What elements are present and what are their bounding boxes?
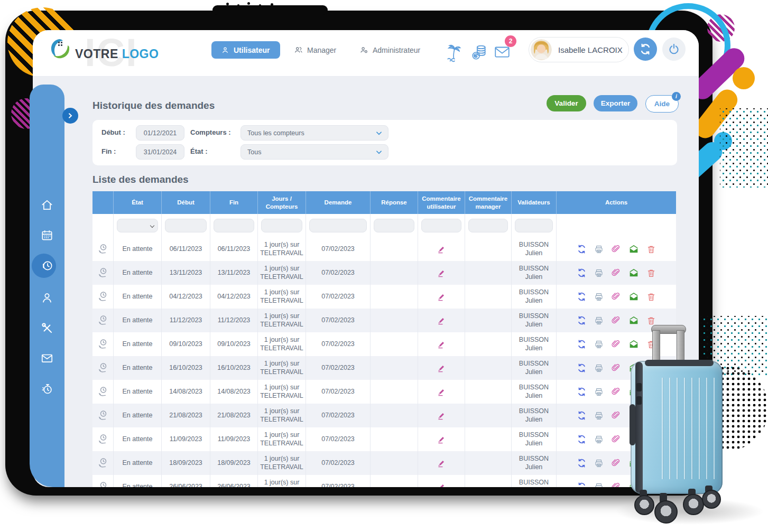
- pencil-icon[interactable]: [437, 244, 447, 254]
- validateurs-cell: BUISSON Julien: [512, 285, 557, 309]
- trash-icon[interactable]: [646, 245, 656, 254]
- debut-date-field[interactable]: 01/12/2021: [136, 125, 184, 141]
- fin-cell: 06/11/2023: [210, 237, 258, 261]
- header-fin: Fin: [210, 191, 258, 214]
- vacation-palm-icon[interactable]: [446, 43, 464, 65]
- commentaire-utilisateur-cell: [418, 309, 465, 332]
- attachment-icon[interactable]: [611, 434, 621, 444]
- valider-button[interactable]: Valider: [547, 95, 586, 111]
- filter-input-demande[interactable]: [309, 219, 367, 232]
- compteurs-select[interactable]: Tous les compteurs: [240, 125, 388, 141]
- refresh-icon[interactable]: [577, 339, 587, 349]
- printer-icon[interactable]: [594, 340, 604, 349]
- sync-button[interactable]: [634, 38, 657, 61]
- printer-icon[interactable]: [594, 316, 604, 325]
- attachment-icon[interactable]: [611, 315, 621, 325]
- pencil-icon[interactable]: [437, 363, 447, 373]
- status-cell: [92, 356, 114, 380]
- filter-input-commentaire-utilisateur[interactable]: [421, 219, 461, 232]
- etat-cell: En attente: [114, 261, 162, 285]
- filter-cell: [92, 214, 114, 237]
- attachment-icon[interactable]: [611, 268, 621, 278]
- refresh-icon[interactable]: [577, 434, 587, 444]
- sidebar-expand-button[interactable]: [62, 108, 78, 124]
- info-badge[interactable]: i: [672, 92, 681, 101]
- logo-votre: VOTRE: [75, 47, 118, 61]
- filter-input-jours[interactable]: [261, 219, 302, 232]
- printer-icon[interactable]: [594, 292, 604, 302]
- pencil-icon[interactable]: [437, 434, 447, 444]
- refresh-icon[interactable]: [577, 244, 587, 254]
- etat-select[interactable]: Tous: [240, 144, 388, 160]
- validateurs-cell: BUISSON Julien: [512, 356, 557, 380]
- sidebar-item-profile[interactable]: [40, 291, 54, 304]
- attachment-icon[interactable]: [611, 410, 621, 421]
- refresh-icon[interactable]: [577, 458, 587, 468]
- filter-input-commentaire-manager[interactable]: [468, 219, 508, 232]
- attachment-icon[interactable]: [611, 482, 621, 487]
- frame-rough-edge: [212, 5, 328, 15]
- fin-date-field[interactable]: 31/01/2024: [136, 144, 184, 160]
- open-mail-icon[interactable]: [628, 244, 639, 254]
- refresh-icon[interactable]: [577, 292, 587, 302]
- filter-input-validateurs[interactable]: [515, 219, 553, 232]
- sidebar-item-calendar[interactable]: [40, 228, 54, 242]
- etat-column-filter[interactable]: [117, 219, 158, 232]
- refresh-icon[interactable]: [577, 482, 587, 487]
- printer-icon[interactable]: [594, 482, 604, 488]
- printer-icon[interactable]: [594, 411, 604, 421]
- power-button[interactable]: [662, 38, 686, 61]
- user-menu[interactable]: Isabelle LACROIX: [529, 37, 629, 62]
- pencil-icon[interactable]: [437, 315, 447, 325]
- filter-input-debut[interactable]: [165, 219, 207, 232]
- table-header-row: État Début Fin Jours / Compteurs Demande…: [92, 191, 676, 214]
- commentaire-manager-cell: [465, 332, 512, 356]
- trash-icon[interactable]: [646, 316, 656, 325]
- reponse-cell: [371, 285, 418, 309]
- printer-icon[interactable]: [594, 387, 604, 397]
- filter-input-fin[interactable]: [214, 219, 254, 232]
- filter-input-reponse[interactable]: [374, 219, 414, 232]
- attachment-icon[interactable]: [611, 458, 621, 468]
- printer-icon[interactable]: [594, 435, 604, 444]
- pencil-icon[interactable]: [437, 458, 447, 468]
- commentaire-utilisateur-cell: [418, 356, 465, 380]
- attachment-icon[interactable]: [611, 244, 621, 254]
- printer-icon[interactable]: [594, 459, 604, 468]
- open-mail-icon[interactable]: [628, 315, 639, 325]
- refresh-icon[interactable]: [577, 410, 587, 421]
- pencil-icon[interactable]: [437, 410, 447, 421]
- pencil-icon[interactable]: [437, 268, 447, 278]
- attachment-icon[interactable]: [611, 292, 621, 302]
- trash-icon[interactable]: [646, 292, 656, 302]
- exporter-button[interactable]: Exporter: [594, 95, 637, 111]
- sidebar-item-timer[interactable]: [40, 382, 54, 396]
- refresh-icon[interactable]: [577, 363, 587, 373]
- pencil-icon[interactable]: [437, 292, 447, 302]
- status-cell: [92, 261, 114, 285]
- sidebar-item-home[interactable]: [40, 198, 54, 212]
- tab-utilisateur[interactable]: Utilisateur: [211, 41, 280, 59]
- open-mail-icon[interactable]: [628, 268, 639, 278]
- chevron-down-icon: [375, 148, 383, 156]
- attachment-icon[interactable]: [611, 387, 621, 397]
- sidebar-item-tools[interactable]: [40, 321, 54, 335]
- sidebar-item-messages[interactable]: [40, 351, 54, 365]
- pencil-icon[interactable]: [437, 339, 447, 349]
- coins-euro-icon[interactable]: [470, 43, 488, 64]
- attachment-icon[interactable]: [611, 363, 621, 373]
- printer-icon[interactable]: [594, 245, 604, 254]
- tab-manager[interactable]: Manager: [294, 41, 336, 59]
- attachment-icon[interactable]: [611, 339, 621, 349]
- tab-administrateur[interactable]: Administrateur: [359, 41, 420, 59]
- pencil-icon[interactable]: [437, 387, 447, 397]
- refresh-icon[interactable]: [577, 315, 587, 325]
- printer-icon[interactable]: [594, 363, 604, 373]
- printer-icon[interactable]: [594, 268, 604, 278]
- open-mail-icon[interactable]: [628, 292, 639, 302]
- refresh-icon[interactable]: [577, 268, 587, 278]
- trash-icon[interactable]: [646, 268, 656, 278]
- refresh-icon[interactable]: [577, 387, 587, 397]
- pencil-icon[interactable]: [437, 482, 447, 487]
- sidebar-item-history[interactable]: [40, 259, 54, 273]
